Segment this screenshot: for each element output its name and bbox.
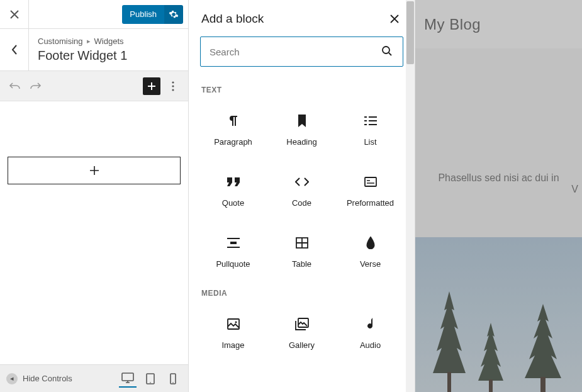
list-icon	[364, 116, 377, 126]
paragraph-icon	[227, 115, 240, 127]
block-label: Image	[221, 340, 244, 350]
more-options-button[interactable]	[165, 79, 181, 94]
svg-rect-15	[447, 372, 451, 392]
close-icon	[10, 10, 19, 19]
svg-point-13	[235, 322, 237, 323]
customizer-header: Customising ▸ Widgets Footer Widget 1	[0, 29, 188, 71]
breadcrumb-leaf[interactable]: Widgets	[94, 36, 124, 46]
svg-point-1	[172, 85, 174, 87]
category-title-media: MEDIA	[201, 289, 403, 298]
table-icon	[296, 237, 308, 249]
block-label: Verse	[360, 259, 381, 269]
chevron-left-icon	[11, 44, 18, 55]
svg-rect-12	[228, 319, 239, 329]
search-input[interactable]	[210, 47, 381, 57]
svg-rect-9	[365, 177, 376, 186]
block-label: Paragraph	[214, 137, 252, 147]
block-list[interactable]: List	[337, 99, 403, 158]
svg-point-8	[383, 47, 389, 53]
svg-point-7	[172, 382, 174, 383]
block-inserter-panel: Add a block TEXT Paragraph Heading	[189, 0, 415, 392]
block-verse[interactable]: Verse	[337, 221, 403, 280]
block-quote[interactable]: Quote	[200, 160, 266, 219]
audio-icon	[366, 318, 375, 330]
svg-point-0	[172, 81, 174, 83]
hero-text-2: V	[571, 184, 582, 195]
device-mobile-button[interactable]	[164, 370, 182, 388]
svg-rect-16	[489, 379, 493, 392]
block-table[interactable]: Table	[269, 221, 335, 280]
add-block-toolbar-button[interactable]	[143, 77, 160, 95]
close-button[interactable]	[0, 0, 29, 29]
block-label: Heading	[286, 137, 316, 147]
block-paragraph[interactable]: Paragraph	[200, 99, 266, 158]
add-block-placeholder[interactable]	[8, 157, 181, 184]
header-text: Customising ▸ Widgets Footer Widget 1	[29, 29, 188, 70]
device-desktop-button[interactable]	[119, 370, 137, 388]
block-grid-text: Paragraph Heading List Quote Code Prefor…	[200, 99, 403, 280]
image-icon	[227, 318, 240, 330]
search-icon	[381, 45, 393, 57]
svg-point-2	[172, 89, 174, 91]
plus-icon	[147, 81, 157, 91]
category-title-text: TEXT	[201, 86, 403, 94]
search-wrap	[189, 26, 415, 77]
publish-button[interactable]: Publish	[122, 5, 164, 24]
block-image[interactable]: Image	[200, 303, 266, 361]
block-label: Quote	[222, 198, 244, 208]
device-tablet-button[interactable]	[142, 370, 159, 388]
gear-icon	[169, 9, 179, 20]
section-title: Footer Widget 1	[38, 48, 179, 63]
tree-icon	[430, 291, 468, 392]
inserter-close-button[interactable]	[387, 11, 402, 26]
hero-text-1: Phasellus sed nisi ac dui in	[438, 172, 559, 184]
block-audio[interactable]: Audio	[337, 303, 403, 361]
collapse-icon: ◂	[6, 373, 18, 384]
search-box[interactable]	[200, 36, 403, 67]
publish-settings-button[interactable]	[164, 5, 183, 24]
tree-icon	[476, 323, 506, 392]
inserter-body: TEXT Paragraph Heading List Quote Code	[189, 77, 415, 392]
publish-group: Publish	[122, 5, 183, 24]
svg-rect-3	[122, 373, 133, 381]
tablet-icon	[146, 373, 155, 384]
widget-area	[0, 101, 188, 364]
inserter-title: Add a block	[201, 12, 264, 26]
block-code[interactable]: Code	[269, 160, 335, 219]
block-label: Audio	[360, 340, 381, 350]
block-heading[interactable]: Heading	[269, 99, 335, 158]
block-preformatted[interactable]: Preformatted	[337, 160, 403, 219]
block-label: Preformatted	[347, 198, 394, 208]
site-title: My Blog	[424, 16, 481, 33]
undo-icon	[9, 81, 21, 91]
block-label: List	[364, 137, 376, 147]
plus-icon	[89, 165, 100, 176]
close-icon	[390, 14, 399, 23]
site-preview: My Blog Phasellus sed nisi ac dui in V	[415, 0, 582, 392]
bookmark-icon	[297, 115, 307, 127]
quote-icon	[227, 177, 240, 186]
verse-icon	[366, 237, 376, 249]
inserter-scrollbar[interactable]	[406, 0, 415, 392]
block-pullquote[interactable]: Pullquote	[200, 221, 266, 280]
search-button[interactable]	[381, 45, 394, 58]
more-vertical-icon	[172, 81, 174, 91]
back-button[interactable]	[0, 29, 29, 70]
desktop-icon	[121, 372, 134, 384]
undo-button[interactable]	[8, 79, 23, 94]
hide-controls-button[interactable]: ◂ Hide Controls	[6, 373, 72, 384]
preview-image	[415, 237, 582, 392]
chevron-right-icon: ▸	[87, 37, 91, 45]
hide-controls-label: Hide Controls	[23, 374, 72, 383]
inserter-header: Add a block	[189, 0, 415, 26]
preview-hero: Phasellus sed nisi ac dui in V	[415, 48, 582, 237]
tree-icon	[521, 304, 565, 392]
breadcrumb-root: Customising	[38, 36, 83, 46]
svg-rect-17	[540, 377, 546, 392]
svg-point-5	[150, 382, 151, 383]
redo-button[interactable]	[28, 79, 43, 94]
gallery-icon	[295, 318, 309, 330]
block-label: Gallery	[289, 340, 315, 350]
scrollbar-thumb[interactable]	[406, 1, 414, 64]
block-gallery[interactable]: Gallery	[269, 303, 335, 361]
